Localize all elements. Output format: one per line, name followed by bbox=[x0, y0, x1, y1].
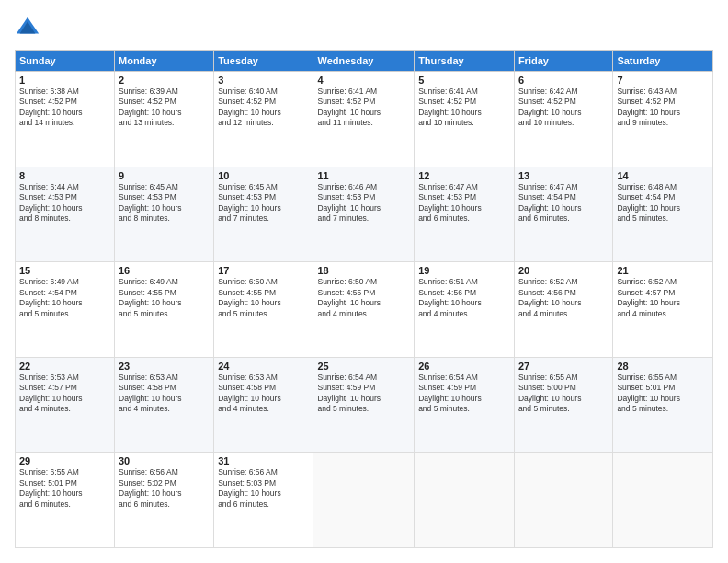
week-row-2: 8Sunrise: 6:44 AMSunset: 4:53 PMDaylight… bbox=[16, 167, 713, 262]
day-info: Sunrise: 6:49 AMSunset: 4:55 PMDaylight:… bbox=[119, 277, 210, 319]
week-row-4: 22Sunrise: 6:53 AMSunset: 4:57 PMDayligh… bbox=[16, 357, 713, 453]
day-info: Sunrise: 6:47 AMSunset: 4:53 PMDaylight:… bbox=[418, 182, 510, 224]
day-number: 26 bbox=[418, 361, 510, 372]
week-row-1: 1Sunrise: 6:38 AMSunset: 4:52 PMDaylight… bbox=[16, 72, 713, 167]
day-number: 14 bbox=[617, 170, 709, 181]
day-info: Sunrise: 6:47 AMSunset: 4:54 PMDaylight:… bbox=[518, 182, 609, 224]
calendar-cell: 25Sunrise: 6:54 AMSunset: 4:59 PMDayligh… bbox=[313, 357, 415, 453]
weekday-header-saturday: Saturday bbox=[613, 51, 713, 72]
calendar-cell bbox=[415, 453, 515, 548]
calendar-cell bbox=[313, 453, 415, 548]
day-number: 22 bbox=[19, 361, 110, 372]
day-info: Sunrise: 6:38 AMSunset: 4:52 PMDaylight:… bbox=[19, 86, 110, 129]
calendar-cell: 19Sunrise: 6:51 AMSunset: 4:56 PMDayligh… bbox=[415, 262, 515, 358]
calendar-cell: 21Sunrise: 6:52 AMSunset: 4:57 PMDayligh… bbox=[613, 262, 713, 358]
day-number: 15 bbox=[19, 265, 110, 276]
calendar-cell: 16Sunrise: 6:49 AMSunset: 4:55 PMDayligh… bbox=[115, 262, 214, 358]
day-number: 8 bbox=[19, 170, 110, 181]
day-number: 23 bbox=[119, 361, 210, 372]
day-info: Sunrise: 6:39 AMSunset: 4:52 PMDaylight:… bbox=[119, 86, 210, 129]
header bbox=[15, 15, 713, 40]
week-row-5: 29Sunrise: 6:55 AMSunset: 5:01 PMDayligh… bbox=[16, 453, 713, 548]
day-info: Sunrise: 6:56 AMSunset: 5:02 PMDaylight:… bbox=[119, 467, 210, 510]
day-info: Sunrise: 6:41 AMSunset: 4:52 PMDaylight:… bbox=[317, 86, 410, 129]
day-info: Sunrise: 6:46 AMSunset: 4:53 PMDaylight:… bbox=[317, 182, 410, 224]
calendar-cell: 9Sunrise: 6:45 AMSunset: 4:53 PMDaylight… bbox=[115, 167, 214, 262]
day-number: 29 bbox=[19, 455, 110, 466]
day-number: 2 bbox=[119, 75, 210, 86]
day-info: Sunrise: 6:53 AMSunset: 4:58 PMDaylight:… bbox=[119, 373, 210, 415]
day-number: 1 bbox=[19, 75, 110, 86]
day-info: Sunrise: 6:41 AMSunset: 4:52 PMDaylight:… bbox=[418, 86, 510, 129]
day-number: 16 bbox=[119, 265, 210, 276]
calendar-cell: 12Sunrise: 6:47 AMSunset: 4:53 PMDayligh… bbox=[415, 167, 515, 262]
day-number: 6 bbox=[518, 75, 609, 86]
day-number: 9 bbox=[119, 170, 210, 181]
day-info: Sunrise: 6:45 AMSunset: 4:53 PMDaylight:… bbox=[119, 182, 210, 224]
weekday-header-sunday: Sunday bbox=[16, 51, 115, 72]
day-info: Sunrise: 6:53 AMSunset: 4:58 PMDaylight:… bbox=[218, 373, 309, 415]
day-info: Sunrise: 6:50 AMSunset: 4:55 PMDaylight:… bbox=[317, 277, 410, 319]
calendar-cell: 8Sunrise: 6:44 AMSunset: 4:53 PMDaylight… bbox=[16, 167, 115, 262]
calendar-cell: 4Sunrise: 6:41 AMSunset: 4:52 PMDaylight… bbox=[313, 72, 415, 167]
weekday-header-wednesday: Wednesday bbox=[313, 51, 415, 72]
day-info: Sunrise: 6:55 AMSunset: 5:00 PMDaylight:… bbox=[518, 373, 609, 415]
day-info: Sunrise: 6:54 AMSunset: 4:59 PMDaylight:… bbox=[317, 373, 410, 415]
day-number: 13 bbox=[518, 170, 609, 181]
logo-icon bbox=[15, 15, 40, 40]
weekday-header-monday: Monday bbox=[115, 51, 214, 72]
day-number: 10 bbox=[218, 170, 309, 181]
day-number: 30 bbox=[119, 455, 210, 466]
day-number: 12 bbox=[418, 170, 510, 181]
calendar-cell: 26Sunrise: 6:54 AMSunset: 4:59 PMDayligh… bbox=[415, 357, 515, 453]
day-number: 31 bbox=[218, 455, 309, 466]
calendar-cell: 24Sunrise: 6:53 AMSunset: 4:58 PMDayligh… bbox=[214, 357, 313, 453]
day-number: 21 bbox=[617, 265, 709, 276]
calendar-cell: 14Sunrise: 6:48 AMSunset: 4:54 PMDayligh… bbox=[613, 167, 713, 262]
day-info: Sunrise: 6:42 AMSunset: 4:52 PMDaylight:… bbox=[518, 86, 609, 129]
calendar-cell: 15Sunrise: 6:49 AMSunset: 4:54 PMDayligh… bbox=[16, 262, 115, 358]
day-info: Sunrise: 6:45 AMSunset: 4:53 PMDaylight:… bbox=[218, 182, 309, 224]
day-info: Sunrise: 6:44 AMSunset: 4:53 PMDaylight:… bbox=[19, 182, 110, 224]
day-number: 24 bbox=[218, 361, 309, 372]
calendar-cell: 6Sunrise: 6:42 AMSunset: 4:52 PMDaylight… bbox=[514, 72, 612, 167]
calendar-cell: 28Sunrise: 6:55 AMSunset: 5:01 PMDayligh… bbox=[613, 357, 713, 453]
calendar-cell: 23Sunrise: 6:53 AMSunset: 4:58 PMDayligh… bbox=[115, 357, 214, 453]
calendar-cell bbox=[514, 453, 612, 548]
weekday-header-tuesday: Tuesday bbox=[214, 51, 313, 72]
calendar-cell: 20Sunrise: 6:52 AMSunset: 4:56 PMDayligh… bbox=[514, 262, 612, 358]
day-info: Sunrise: 6:54 AMSunset: 4:59 PMDaylight:… bbox=[418, 373, 510, 415]
day-info: Sunrise: 6:55 AMSunset: 5:01 PMDaylight:… bbox=[19, 467, 110, 510]
calendar-cell: 27Sunrise: 6:55 AMSunset: 5:00 PMDayligh… bbox=[514, 357, 612, 453]
day-info: Sunrise: 6:49 AMSunset: 4:54 PMDaylight:… bbox=[19, 277, 110, 319]
calendar-cell: 17Sunrise: 6:50 AMSunset: 4:55 PMDayligh… bbox=[214, 262, 313, 358]
day-number: 5 bbox=[418, 75, 510, 86]
calendar-cell: 1Sunrise: 6:38 AMSunset: 4:52 PMDaylight… bbox=[16, 72, 115, 167]
calendar-cell: 30Sunrise: 6:56 AMSunset: 5:02 PMDayligh… bbox=[115, 453, 214, 548]
calendar-cell: 18Sunrise: 6:50 AMSunset: 4:55 PMDayligh… bbox=[313, 262, 415, 358]
day-info: Sunrise: 6:52 AMSunset: 4:57 PMDaylight:… bbox=[617, 277, 709, 319]
week-row-3: 15Sunrise: 6:49 AMSunset: 4:54 PMDayligh… bbox=[16, 262, 713, 358]
calendar-cell: 7Sunrise: 6:43 AMSunset: 4:52 PMDaylight… bbox=[613, 72, 713, 167]
weekday-header-row: SundayMondayTuesdayWednesdayThursdayFrid… bbox=[16, 51, 713, 72]
calendar-cell: 22Sunrise: 6:53 AMSunset: 4:57 PMDayligh… bbox=[16, 357, 115, 453]
day-number: 17 bbox=[218, 265, 309, 276]
day-info: Sunrise: 6:50 AMSunset: 4:55 PMDaylight:… bbox=[218, 277, 309, 319]
calendar-cell: 31Sunrise: 6:56 AMSunset: 5:03 PMDayligh… bbox=[214, 453, 313, 548]
day-info: Sunrise: 6:52 AMSunset: 4:56 PMDaylight:… bbox=[518, 277, 609, 319]
weekday-header-thursday: Thursday bbox=[415, 51, 515, 72]
calendar-cell: 10Sunrise: 6:45 AMSunset: 4:53 PMDayligh… bbox=[214, 167, 313, 262]
day-info: Sunrise: 6:56 AMSunset: 5:03 PMDaylight:… bbox=[218, 467, 309, 510]
day-info: Sunrise: 6:51 AMSunset: 4:56 PMDaylight:… bbox=[418, 277, 510, 319]
day-info: Sunrise: 6:43 AMSunset: 4:52 PMDaylight:… bbox=[617, 86, 709, 129]
day-number: 25 bbox=[317, 361, 410, 372]
day-number: 18 bbox=[317, 265, 410, 276]
day-info: Sunrise: 6:55 AMSunset: 5:01 PMDaylight:… bbox=[617, 373, 709, 415]
calendar-cell: 2Sunrise: 6:39 AMSunset: 4:52 PMDaylight… bbox=[115, 72, 214, 167]
day-info: Sunrise: 6:53 AMSunset: 4:57 PMDaylight:… bbox=[19, 373, 110, 415]
logo bbox=[15, 15, 44, 40]
page: SundayMondayTuesdayWednesdayThursdayFrid… bbox=[0, 0, 728, 563]
day-number: 27 bbox=[518, 361, 609, 372]
calendar-cell: 29Sunrise: 6:55 AMSunset: 5:01 PMDayligh… bbox=[16, 453, 115, 548]
calendar-cell: 5Sunrise: 6:41 AMSunset: 4:52 PMDaylight… bbox=[415, 72, 515, 167]
